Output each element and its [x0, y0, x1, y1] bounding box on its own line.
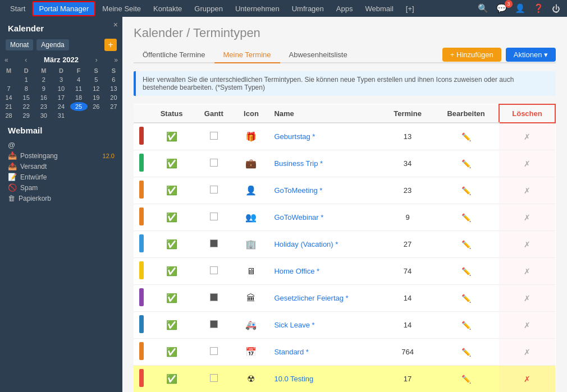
calendar-day[interactable]: 11: [70, 84, 88, 93]
nav-kontakte[interactable]: Kontakte: [148, 2, 188, 15]
row-name-link[interactable]: Gesetzlicher Feiertag *: [274, 294, 348, 302]
nav-portal-manager[interactable]: Portal Manager: [32, 1, 95, 16]
delete-icon-disabled[interactable]: ✗: [524, 321, 531, 330]
row-name-link[interactable]: Geburtstag *: [274, 132, 315, 141]
delete-icon-disabled[interactable]: ✗: [524, 159, 531, 168]
edit-icon[interactable]: ✏️: [461, 213, 471, 222]
row-name-link[interactable]: GoToMeeting *: [274, 186, 322, 195]
add-button[interactable]: + Hinzufügen: [442, 48, 501, 62]
webmail-papierkorb[interactable]: 🗑 Papierkorb: [8, 193, 115, 204]
nav-meine-seite[interactable]: Meine Seite: [97, 2, 147, 15]
row-gantt[interactable]: [194, 177, 234, 204]
nav-plus[interactable]: [+]: [400, 2, 420, 15]
calendar-day[interactable]: 26: [88, 102, 105, 111]
calendar-day[interactable]: 25: [70, 102, 88, 111]
calendar-day[interactable]: 28: [0, 111, 17, 120]
row-name[interactable]: Holiday (Vacation) *: [268, 231, 382, 258]
calendar-day[interactable]: 16: [35, 93, 52, 102]
calendar-day[interactable]: 30: [35, 111, 52, 120]
row-name-link[interactable]: Home Office *: [274, 267, 319, 275]
row-edit[interactable]: ✏️: [433, 204, 499, 231]
row-edit[interactable]: ✏️: [433, 150, 499, 177]
edit-icon[interactable]: ✏️: [461, 375, 471, 384]
row-gantt[interactable]: [194, 150, 234, 177]
delete-icon-disabled[interactable]: ✗: [524, 240, 531, 249]
row-delete[interactable]: ✗: [499, 312, 555, 339]
row-gantt[interactable]: [194, 339, 234, 366]
nav-apps[interactable]: Apps: [331, 2, 359, 15]
gantt-checkbox[interactable]: [210, 159, 218, 167]
user-icon[interactable]: 👤: [513, 2, 528, 15]
calendar-day[interactable]: 9: [35, 84, 52, 93]
calendar-day[interactable]: 3: [52, 75, 70, 84]
row-delete[interactable]: ✗: [499, 366, 555, 393]
calendar-day[interactable]: 22: [17, 102, 35, 111]
row-name-link[interactable]: Standard *: [274, 348, 308, 356]
gantt-checkbox[interactable]: [210, 186, 218, 193]
add-calendar-event-button[interactable]: +: [104, 39, 117, 51]
power-icon[interactable]: ⏻: [550, 3, 563, 15]
tab-meine-termine[interactable]: Meine Termine: [214, 47, 280, 63]
calendar-day[interactable]: 1: [17, 75, 35, 84]
row-gantt[interactable]: [194, 123, 234, 150]
row-name[interactable]: Business Trip *: [268, 150, 382, 177]
row-name-link[interactable]: Holiday (Vacation) *: [274, 240, 338, 248]
calendar-day[interactable]: 13: [105, 84, 122, 93]
row-name[interactable]: Geburtstag *: [268, 123, 382, 150]
calendar-day[interactable]: 6: [105, 75, 122, 84]
row-edit[interactable]: ✏️: [433, 285, 499, 312]
calendar-day[interactable]: 24: [52, 102, 70, 111]
calendar-day[interactable]: 10: [52, 84, 70, 93]
sidebar-close-button[interactable]: ×: [113, 20, 118, 29]
row-delete[interactable]: ✗: [499, 258, 555, 285]
edit-icon[interactable]: ✏️: [461, 348, 471, 357]
nav-gruppen[interactable]: Gruppen: [189, 2, 228, 15]
edit-icon[interactable]: ✏️: [461, 294, 471, 303]
edit-icon[interactable]: ✏️: [461, 240, 471, 249]
row-delete[interactable]: ✗: [499, 285, 555, 312]
calendar-day[interactable]: 15: [17, 93, 35, 102]
delete-icon-disabled[interactable]: ✗: [524, 186, 531, 195]
delete-icon-disabled[interactable]: ✗: [524, 267, 531, 276]
webmail-versandt[interactable]: 📤 Versandt: [8, 161, 115, 172]
row-name[interactable]: 10.0 Testing: [268, 366, 382, 393]
row-delete[interactable]: ✗: [499, 177, 555, 204]
calendar-day[interactable]: 31: [52, 111, 70, 120]
gantt-checkbox[interactable]: [210, 320, 218, 328]
monat-button[interactable]: Monat: [6, 39, 33, 50]
gantt-checkbox[interactable]: [210, 239, 218, 247]
row-delete[interactable]: ✗: [499, 123, 555, 150]
gantt-checkbox[interactable]: [210, 374, 218, 382]
calendar-day[interactable]: 8: [17, 84, 35, 93]
row-name[interactable]: Sick Leave *: [268, 312, 382, 339]
edit-icon[interactable]: ✏️: [461, 159, 471, 168]
help-icon[interactable]: ❓: [531, 2, 546, 15]
row-edit[interactable]: ✏️: [433, 339, 499, 366]
edit-icon[interactable]: ✏️: [461, 267, 471, 276]
agenda-button[interactable]: Agenda: [36, 39, 68, 50]
row-name[interactable]: Gesetzlicher Feiertag *: [268, 285, 382, 312]
prev-prev-month-button[interactable]: «: [4, 56, 8, 64]
nav-unternehmen[interactable]: Unternehmen: [230, 2, 285, 15]
webmail-at[interactable]: @: [8, 140, 115, 150]
calendar-day[interactable]: 2: [35, 75, 52, 84]
nav-webmail[interactable]: Webmail: [359, 2, 399, 15]
calendar-day[interactable]: 21: [0, 102, 17, 111]
delete-icon-disabled[interactable]: ✗: [524, 213, 531, 222]
calendar-day[interactable]: 23: [35, 102, 52, 111]
calendar-day[interactable]: 4: [70, 75, 88, 84]
row-delete[interactable]: ✗: [499, 339, 555, 366]
notifications-badge[interactable]: 💬 3: [494, 2, 509, 15]
tab-oeffentliche-termine[interactable]: Öffentliche Termine: [134, 47, 214, 63]
calendar-day[interactable]: 27: [105, 102, 122, 111]
calendar-day[interactable]: 14: [0, 93, 17, 102]
row-name[interactable]: GoToMeeting *: [268, 177, 382, 204]
edit-icon[interactable]: ✏️: [461, 132, 471, 141]
calendar-day[interactable]: 29: [17, 111, 35, 120]
webmail-spam[interactable]: 🚫 Spam: [8, 182, 115, 193]
row-name-link[interactable]: 10.0 Testing: [274, 375, 313, 383]
webmail-posteingang[interactable]: 📥 Posteingang 12.0: [8, 150, 115, 161]
row-delete[interactable]: ✗: [499, 204, 555, 231]
edit-icon[interactable]: ✏️: [461, 321, 471, 330]
webmail-entwurfe[interactable]: 📝 Entwürfe: [8, 172, 115, 182]
